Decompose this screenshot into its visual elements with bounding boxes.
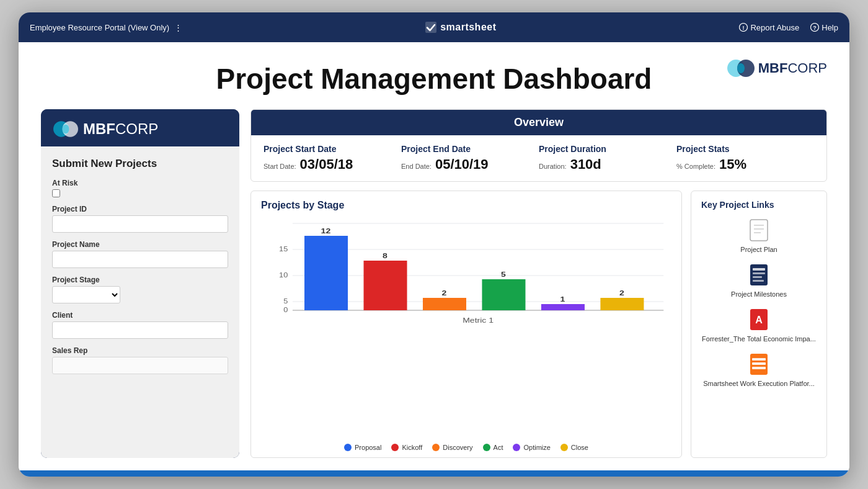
links-card: Key Project Links Pr: [691, 191, 827, 458]
page-title: Project Management Dashboard: [153, 60, 715, 96]
duration-value: 310d: [570, 156, 601, 173]
stats-block: Project Stats % Complete: 15%: [676, 144, 814, 173]
link-smartsheet[interactable]: Smartsheet Work Execution Platfor...: [701, 351, 817, 387]
project-name-input[interactable]: [52, 251, 228, 268]
legend-dot-close: [560, 444, 568, 451]
svg-rect-22: [482, 279, 525, 310]
client-input[interactable]: [52, 321, 228, 339]
browser-frame: Employee Resource Portal (View Only) ⋮ s…: [19, 12, 849, 477]
end-date-row: End Date: 05/10/19: [401, 156, 539, 173]
top-bar-dots-icon[interactable]: ⋮: [174, 23, 182, 32]
report-abuse-button[interactable]: ! Report Abuse: [739, 23, 799, 32]
legend-label-act: Act: [494, 444, 503, 451]
project-id-input[interactable]: [52, 215, 228, 233]
bar-chart-svg: 0 5 10 15 12 8: [261, 217, 671, 329]
legend-dot-kickoff: [391, 444, 399, 451]
legend-label-optimize: Optimize: [523, 444, 550, 451]
sales-rep-input[interactable]: [52, 357, 228, 374]
svg-rect-26: [600, 298, 644, 310]
svg-text:A: A: [755, 315, 763, 325]
legend-proposal: Proposal: [344, 444, 381, 451]
svg-text:12: 12: [321, 227, 331, 235]
body-section: MBFCORP Submit New Projects At Risk Proj…: [41, 109, 827, 458]
svg-rect-16: [304, 236, 348, 310]
link-project-plan[interactable]: Project Plan: [701, 217, 817, 253]
top-bar: Employee Resource Portal (View Only) ⋮ s…: [19, 12, 849, 42]
project-stage-group: Project Stage Proposal Kickoff Discovery…: [52, 276, 228, 303]
svg-text:!: !: [743, 25, 745, 31]
legend-dot-proposal: [344, 444, 352, 451]
warning-icon: !: [739, 23, 748, 32]
link-project-plan-icon: [748, 217, 770, 243]
link-project-plan-label: Project Plan: [740, 246, 777, 253]
end-date-label: Project End Date: [401, 144, 539, 154]
link-forrester[interactable]: A Forrester_The Total Economic Impa...: [701, 307, 817, 343]
end-date-sublabel: End Date:: [401, 163, 432, 170]
client-label: Client: [52, 311, 228, 320]
svg-text:15: 15: [279, 246, 288, 252]
mbfcorp-logo-icon: [727, 60, 755, 77]
start-date-block: Project Start Date Start Date: 03/05/18: [264, 144, 401, 173]
charts-links-row: Projects by Stage 0: [250, 191, 827, 458]
svg-point-5: [737, 63, 745, 73]
brand-name: smartsheet: [440, 22, 496, 33]
legend-dot-discovery: [432, 444, 440, 451]
help-button[interactable]: ? Help: [810, 23, 838, 32]
svg-text:Metric 1: Metric 1: [463, 316, 494, 324]
duration-sublabel: Duration:: [539, 163, 567, 170]
link-smartsheet-label: Smartsheet Work Execution Platfor...: [703, 380, 815, 387]
links-title: Key Project Links: [701, 200, 817, 210]
legend-act: Act: [483, 444, 503, 451]
at-risk-label: At Risk: [52, 179, 228, 187]
bottom-bar: [19, 470, 849, 477]
svg-rect-29: [750, 220, 768, 241]
mbfcorp-name: MBFCORP: [758, 61, 827, 75]
link-project-milestones[interactable]: Project Milestones: [701, 262, 817, 298]
client-group: Client: [52, 311, 228, 339]
legend-dot-act: [483, 444, 490, 451]
svg-text:0: 0: [283, 307, 288, 313]
duration-block: Project Duration Duration: 310d: [539, 144, 676, 173]
svg-text:2: 2: [619, 289, 624, 297]
chart-title: Projects by Stage: [261, 200, 671, 211]
legend-label-kickoff: Kickoff: [402, 444, 422, 451]
svg-rect-18: [364, 261, 407, 310]
form-section-title: Submit New Projects: [52, 158, 228, 170]
top-bar-left: Employee Resource Portal (View Only) ⋮: [30, 23, 182, 32]
top-bar-center: smartsheet: [425, 22, 496, 33]
start-date-sublabel: Start Date:: [264, 163, 296, 170]
end-date-block: Project End Date End Date: 05/10/19: [401, 144, 539, 173]
page-title-row: Project Management Dashboard MBFCORP: [41, 60, 827, 96]
svg-rect-24: [541, 304, 585, 310]
main-content: Project Management Dashboard MBFCORP: [19, 42, 849, 470]
stats-sublabel: % Complete:: [676, 163, 715, 170]
svg-rect-35: [753, 272, 765, 274]
duration-label: Project Duration: [539, 144, 676, 154]
legend-label-proposal: Proposal: [355, 444, 381, 451]
top-bar-right: ! Report Abuse ? Help: [739, 23, 838, 32]
at-risk-checkbox[interactable]: [52, 189, 60, 197]
svg-rect-42: [752, 362, 766, 365]
svg-text:10: 10: [279, 272, 288, 278]
project-stage-select[interactable]: Proposal Kickoff Discovery Act Optimize …: [52, 286, 120, 303]
overview-header: Overview: [251, 110, 826, 135]
left-panel-logo: MBFCORP: [41, 109, 239, 146]
left-panel: MBFCORP Submit New Projects At Risk Proj…: [41, 109, 239, 458]
right-panel: Overview Project Start Date Start Date: …: [250, 109, 827, 458]
stats-value: 15%: [719, 156, 746, 173]
mbf-bold: MBF: [758, 60, 788, 76]
svg-text:2: 2: [441, 289, 446, 297]
start-date-label: Project Start Date: [264, 144, 401, 154]
help-icon: ?: [810, 23, 819, 32]
chart-card: Projects by Stage 0: [250, 191, 682, 458]
sales-rep-group: Sales Rep: [52, 346, 228, 374]
overview-card: Overview Project Start Date Start Date: …: [250, 109, 827, 182]
svg-rect-20: [423, 298, 466, 310]
left-panel-logo-icon: [53, 121, 78, 137]
sales-rep-label: Sales Rep: [52, 346, 228, 355]
svg-rect-41: [752, 358, 766, 361]
project-id-label: Project ID: [52, 205, 228, 213]
legend-label-close: Close: [571, 444, 588, 451]
svg-rect-36: [753, 276, 762, 278]
link-smartsheet-icon: [748, 351, 770, 377]
